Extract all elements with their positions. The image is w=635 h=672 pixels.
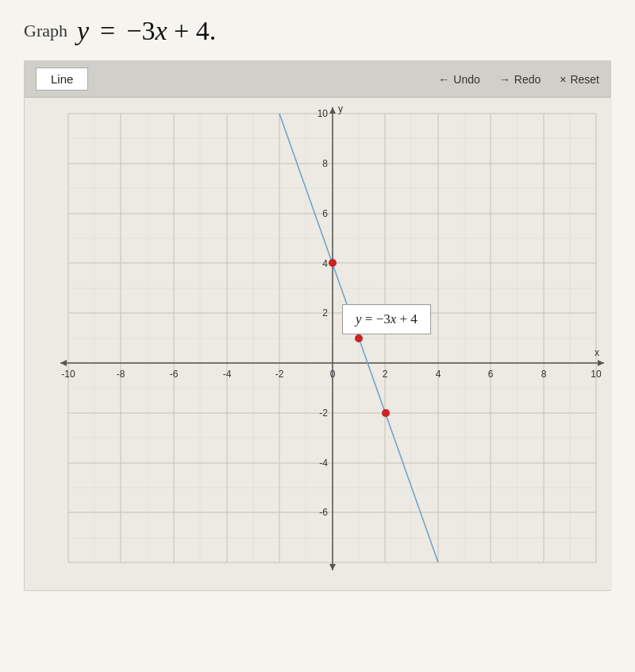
x-axis-label: x xyxy=(595,347,599,358)
svg-text:8: 8 xyxy=(541,369,547,380)
svg-text:-6: -6 xyxy=(319,507,328,518)
equation-label-box: y = −3x + 4 xyxy=(342,304,431,334)
svg-marker-62 xyxy=(598,360,604,366)
svg-text:6: 6 xyxy=(322,208,328,219)
svg-text:-4: -4 xyxy=(319,458,328,469)
equation-title: Graph y = −3x + 4. xyxy=(24,16,611,46)
equation-y: y xyxy=(77,16,89,46)
svg-text:-2: -2 xyxy=(319,407,328,419)
redo-label: Redo xyxy=(514,73,541,86)
reset-label: Reset xyxy=(570,73,599,86)
svg-text:-10: -10 xyxy=(61,369,75,380)
equation-label-text: y = −3x + 4 xyxy=(356,311,418,326)
svg-marker-65 xyxy=(329,107,336,114)
graph-area[interactable]: .grid-minor { stroke: #d8d5cc; stroke-wi… xyxy=(25,98,612,590)
equation-expression: −3x + 4. xyxy=(126,16,216,46)
svg-text:4: 4 xyxy=(436,369,441,380)
svg-text:0: 0 xyxy=(330,369,336,380)
undo-button[interactable]: ← Undo xyxy=(438,73,479,86)
svg-text:10: 10 xyxy=(318,108,329,119)
y-axis-label: y xyxy=(338,103,343,114)
svg-text:-8: -8 xyxy=(117,369,125,380)
point-2 xyxy=(382,409,390,417)
toolbar-actions: ← Undo → Redo × Reset xyxy=(438,73,599,86)
svg-marker-63 xyxy=(60,360,67,366)
graph-svg: .grid-minor { stroke: #d8d5cc; stroke-wi… xyxy=(25,98,612,590)
graph-prefix: Graph xyxy=(24,21,67,41)
svg-marker-66 xyxy=(329,564,336,570)
undo-icon: ← xyxy=(438,73,449,86)
point-y-intercept xyxy=(329,259,337,267)
line-button[interactable]: Line xyxy=(36,68,88,91)
graph-panel: Line ← Undo → Redo × Reset xyxy=(24,60,611,591)
page-container: Graph y = −3x + 4. Line ← Undo → Redo × … xyxy=(0,0,635,672)
point-1 xyxy=(355,334,363,342)
redo-button[interactable]: → Redo xyxy=(499,73,541,86)
svg-text:8: 8 xyxy=(322,158,328,169)
reset-icon: × xyxy=(560,73,566,86)
svg-text:-2: -2 xyxy=(275,369,284,380)
svg-text:10: 10 xyxy=(591,369,602,380)
redo-icon: → xyxy=(499,73,510,86)
toolbar: Line ← Undo → Redo × Reset xyxy=(25,61,610,98)
svg-text:-4: -4 xyxy=(223,369,232,380)
equation-equals: = xyxy=(100,16,115,46)
svg-text:2: 2 xyxy=(322,307,328,319)
svg-text:4: 4 xyxy=(322,258,328,269)
svg-text:2: 2 xyxy=(383,369,388,380)
undo-label: Undo xyxy=(453,73,479,86)
reset-button[interactable]: × Reset xyxy=(560,73,599,86)
svg-text:6: 6 xyxy=(488,369,494,380)
svg-text:-6: -6 xyxy=(170,369,179,380)
